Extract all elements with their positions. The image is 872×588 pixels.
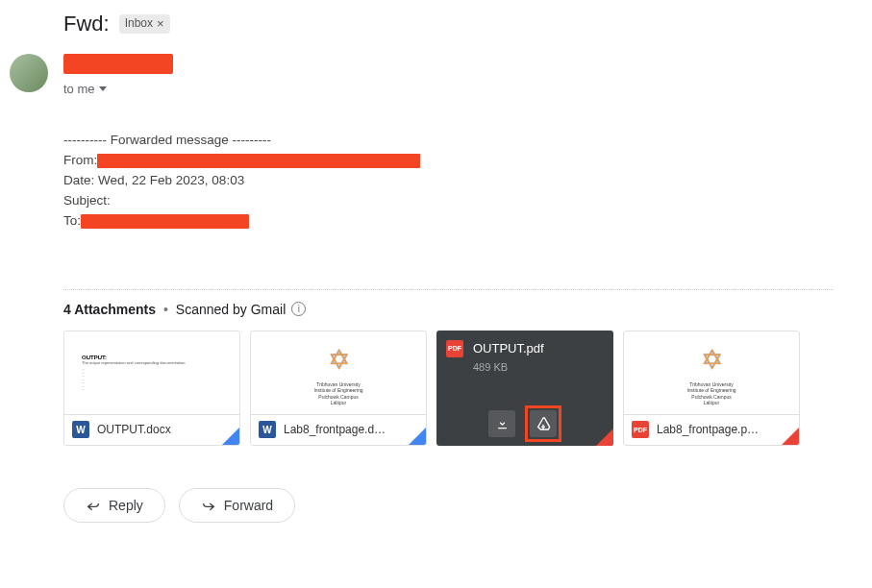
- email-body: ---------- Forwarded message --------- F…: [63, 131, 834, 232]
- to-label: To:: [63, 213, 81, 228]
- attachment-preview: ✡ Tribhuvan University Institute of Engi…: [624, 331, 799, 416]
- word-icon: W: [259, 421, 276, 438]
- forward-button[interactable]: Forward: [179, 488, 295, 523]
- forwarded-separator: ---------- Forwarded message ---------: [63, 131, 834, 151]
- recipient-dropdown[interactable]: to me: [63, 82, 834, 96]
- to-line: to me: [63, 82, 95, 96]
- attachments-count: 4 Attachments: [63, 302, 156, 317]
- from-label: From:: [63, 153, 97, 167]
- save-to-drive-button[interactable]: [530, 410, 557, 437]
- attachment-card[interactable]: OUTPUT: The output representation and co…: [63, 331, 240, 446]
- university-emblem: ✡: [692, 341, 731, 380]
- dot-separator: •: [163, 302, 168, 317]
- attachment-filename: OUTPUT.pdf: [473, 341, 544, 355]
- sender-name-redacted: [63, 54, 173, 74]
- attachments-divider: [63, 289, 834, 290]
- reply-button[interactable]: Reply: [63, 488, 165, 523]
- download-icon: [495, 416, 510, 430]
- attachment-preview: ✡ Tribhuvan University Institute of Engi…: [251, 331, 426, 416]
- attachment-card[interactable]: ✡ Tribhuvan University Institute of Engi…: [250, 331, 427, 446]
- date-label: Date:: [63, 173, 94, 187]
- attachment-filename: Lab8_frontpage.d…: [284, 423, 418, 436]
- word-icon: W: [72, 421, 89, 438]
- inbox-chip-text: Inbox: [125, 16, 153, 32]
- attachment-card[interactable]: ✡ Tribhuvan University Institute of Engi…: [623, 331, 800, 446]
- pdf-icon: PDF: [632, 421, 649, 438]
- chevron-down-icon: [99, 86, 107, 91]
- reply-icon: [86, 498, 101, 513]
- reply-label: Reply: [109, 498, 143, 513]
- label-chip-inbox[interactable]: Inbox ×: [119, 14, 170, 35]
- drive-icon: [536, 416, 551, 431]
- attachment-preview: OUTPUT: The output representation and co…: [64, 331, 239, 416]
- from-redacted: [97, 154, 420, 168]
- forward-label: Forward: [224, 498, 273, 513]
- attachment-size: 489 KB: [436, 361, 613, 373]
- to-redacted: [81, 214, 249, 229]
- university-emblem: ✡: [319, 341, 358, 380]
- info-icon[interactable]: i: [291, 302, 306, 316]
- remove-label-icon[interactable]: ×: [157, 16, 164, 33]
- attachment-filename: Lab8_frontpage.p…: [657, 423, 791, 436]
- scanned-label: Scanned by Gmail: [176, 302, 286, 317]
- attachment-card-hover[interactable]: PDF OUTPUT.pdf 489 KB: [436, 331, 613, 446]
- subject-label: Subject:: [63, 193, 111, 208]
- avatar[interactable]: [10, 54, 48, 92]
- pdf-icon: PDF: [446, 340, 463, 357]
- preview-caption: Tribhuvan University Institute of Engine…: [686, 381, 735, 406]
- save-to-drive-highlight: [525, 405, 561, 442]
- download-button[interactable]: [488, 410, 515, 437]
- email-subject: Fwd:: [63, 12, 110, 37]
- forward-icon: [201, 498, 216, 513]
- attachment-filename: OUTPUT.docx: [97, 423, 232, 436]
- date-value: Wed, 22 Feb 2023, 08:03: [94, 173, 244, 187]
- preview-caption: Tribhuvan University Institute of Engine…: [313, 381, 362, 406]
